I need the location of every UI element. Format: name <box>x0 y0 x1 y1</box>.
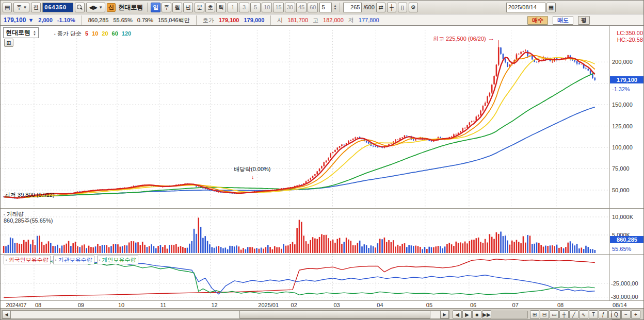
crosshair-icon[interactable]: ┼ <box>387 3 396 12</box>
info-bar: 179,100 ▼ 2,000 -1.10% 860,285 55.65% 0.… <box>1 15 644 26</box>
period-tab-year[interactable]: 년 <box>183 3 193 12</box>
chart-tool-icon-2[interactable]: ▭ <box>550 310 559 319</box>
chart-tool-icon-0[interactable]: ⊞ <box>530 310 539 319</box>
spinner-down-icon[interactable]: ▼ <box>333 7 336 10</box>
chart-tool-icon-1[interactable]: ⊟ <box>540 310 549 319</box>
minute-value-input[interactable] <box>319 3 332 12</box>
ma-legend: ▪종가 단순5102060120 <box>54 30 131 38</box>
unit-tab-tick[interactable]: 틱 <box>216 3 226 12</box>
chart-nav-prev-button[interactable]: ◀ <box>453 310 462 319</box>
stock-nav-dropdown[interactable]: ◀▶ ▼ <box>86 3 105 12</box>
chart-area[interactable]: 200,000150,000125,000100,00075,00050,000… <box>1 26 644 308</box>
zoom-out-button[interactable]: − <box>621 310 631 319</box>
avg-button[interactable]: 평 <box>578 16 590 25</box>
chart-tool-icon-5[interactable]: ∿ <box>579 310 588 319</box>
divider <box>270 15 271 25</box>
svg-text:12: 12 <box>212 302 218 308</box>
holdings-legend: ▪외국인보유수량▪기관보유수량▪개인보유수량 <box>4 256 141 264</box>
volume-ratio: 55.65% <box>113 17 132 23</box>
stock-name: 현대로템 <box>118 3 143 12</box>
sell-button[interactable]: 매도 <box>553 16 573 25</box>
menu-icon[interactable]: ▤ <box>3 3 12 12</box>
svg-text:-1.32%: -1.32% <box>612 86 630 92</box>
svg-text:09: 09 <box>78 302 84 308</box>
asset-type-dropdown[interactable]: 주 ▼ <box>13 3 29 12</box>
zoom-in-button[interactable]: + <box>631 310 640 319</box>
chart-scrollbar[interactable]: ◀ ▶ <box>2 310 449 319</box>
jeon-button[interactable]: 전 <box>31 3 41 12</box>
period-tab-day[interactable]: 일 <box>151 3 160 12</box>
period-tabs: 일주월년 <box>151 3 193 12</box>
search-button[interactable] <box>75 3 85 12</box>
down-arrow-icon: ▼ <box>28 17 34 23</box>
unit-tab-minute[interactable]: 분 <box>195 3 204 12</box>
calendar-icon[interactable]: ▦ <box>546 3 556 12</box>
svg-text:LC:350.00: LC:350.00 <box>617 30 643 36</box>
period-tab-week[interactable]: 주 <box>162 3 171 12</box>
spinner-arrows[interactable]: ▲▼ <box>333 4 336 10</box>
right-arrow-icon: → <box>488 35 494 42</box>
down-arrow-icon: ▼ <box>33 33 36 36</box>
chart-tool-icon-3[interactable]: ┼ <box>559 310 569 319</box>
svg-text:10,000K: 10,000K <box>612 214 634 220</box>
minute-button-60[interactable]: 60 <box>308 3 318 12</box>
compare-icon[interactable]: ⇄ <box>376 3 385 12</box>
minute-button-45[interactable]: 45 <box>296 3 307 12</box>
stock-box-arrows[interactable]: ▲▼ <box>33 30 36 36</box>
chart-stock-box[interactable]: 현대로템 ▲▼ <box>3 27 39 38</box>
legend-ma-60: 60 <box>112 30 118 37</box>
bullet-icon: ▪ <box>55 258 57 262</box>
legend-periods: 5102060120 <box>82 30 131 37</box>
bar-total-label: /600 <box>363 4 374 10</box>
status-area <box>491 311 528 318</box>
scrollbar-thumb[interactable] <box>239 311 430 318</box>
svg-text:179,100: 179,100 <box>617 77 637 83</box>
chart-canvas[interactable]: 200,000150,000125,000100,00075,00050,000… <box>1 26 644 308</box>
high-price: 182,000 <box>323 17 344 23</box>
chart-stock-name: 현대로템 <box>6 28 30 37</box>
minute-button-5[interactable]: 5 <box>250 3 261 12</box>
legend-ma-10: 10 <box>92 30 98 37</box>
chart-nav-next-button[interactable]: ▶ <box>462 310 472 319</box>
svg-text:11: 11 <box>160 302 166 308</box>
chart-tool-icon-7[interactable]: ƒ <box>599 310 608 319</box>
minute-value-spinner[interactable]: ▲▼ <box>319 3 336 12</box>
zoom-q-button[interactable]: Q <box>611 310 621 319</box>
buy-button[interactable]: 매수 <box>527 16 548 25</box>
svg-text:50,000: 50,000 <box>612 187 630 193</box>
minute-button-3[interactable]: 3 <box>239 3 249 12</box>
svg-text:05: 05 <box>426 302 432 308</box>
svg-text:10: 10 <box>118 302 124 308</box>
period-tab-month[interactable]: 월 <box>172 3 182 12</box>
minute-button-15[interactable]: 15 <box>273 3 283 12</box>
scroll-right-button[interactable]: ▶ <box>440 311 449 318</box>
dividend-annotation: 배당락(0.00%) <box>234 165 271 173</box>
minute-button-30[interactable]: 30 <box>285 3 295 12</box>
open-price: 181,700 <box>287 17 308 23</box>
svg-text:07: 07 <box>512 302 519 308</box>
low-price: 177,800 <box>359 17 379 23</box>
stock-code-input[interactable] <box>42 3 73 12</box>
individual-holdings-label: ▪개인보유수량 <box>97 256 138 264</box>
low-label: 저 <box>348 16 354 24</box>
low-annotation: 최저 39,800 (07/12) <box>5 191 55 199</box>
chart-tool-icon-6[interactable]: T <box>589 310 598 319</box>
chart-tool-icon-4[interactable]: ╱ <box>569 310 578 319</box>
credit-badge: 신 <box>107 3 116 12</box>
scroll-left-button[interactable]: ◀ <box>2 311 11 318</box>
unit-tab-second[interactable]: 초 <box>205 3 215 12</box>
svg-text:55.65%: 55.65% <box>612 246 632 252</box>
chart-grid-icon[interactable]: ⊞ <box>4 39 13 47</box>
legend-label: 종가 단순 <box>57 30 82 37</box>
minute-button-10[interactable]: 10 <box>262 3 272 12</box>
chart-nav-end-button[interactable]: ▶▶ <box>482 310 491 319</box>
date-input[interactable] <box>506 3 545 12</box>
bar-count-input[interactable] <box>343 3 362 12</box>
minute-button-1[interactable]: 1 <box>228 3 238 12</box>
chart-nav-stop-button[interactable]: ■ <box>472 310 481 319</box>
search-icon <box>77 5 83 10</box>
chart-nav-buttons: ◀▶■▶▶ <box>453 310 492 319</box>
chart-style-icon[interactable]: ▯ <box>398 3 407 12</box>
settings-icon[interactable]: ⚙ <box>409 3 418 12</box>
svg-text:03: 03 <box>333 302 340 308</box>
